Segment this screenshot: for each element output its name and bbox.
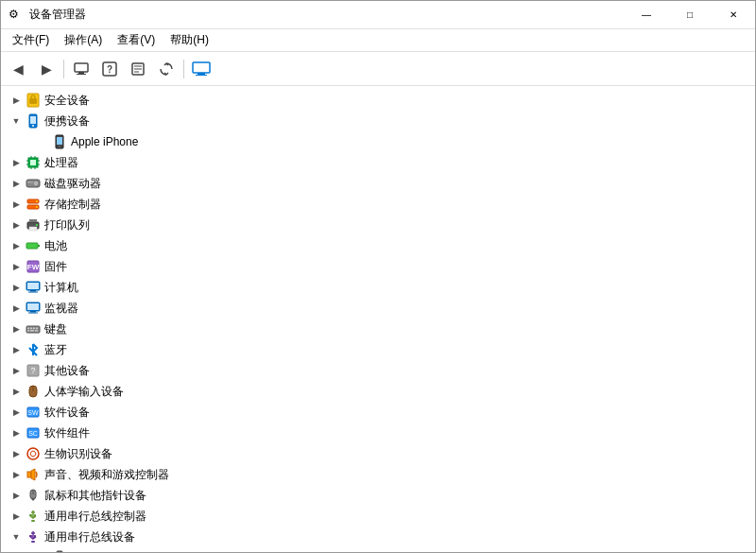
svg-rect-34	[27, 181, 33, 183]
expand-sound[interactable]: ▶	[9, 467, 24, 482]
tree-item-biometric[interactable]: ▶ 生物识别设备	[1, 443, 755, 464]
menu-action[interactable]: 操作(A)	[57, 30, 110, 50]
refresh-button[interactable]	[153, 56, 180, 82]
tree-item-iphone[interactable]: Apple iPhone	[1, 131, 755, 152]
hid-icon	[26, 384, 41, 399]
expand-monitor[interactable]: ▶	[9, 301, 24, 316]
tree-item-portable[interactable]: ▼ 便携设备	[1, 111, 755, 131]
tree-item-bluetooth[interactable]: ▶ 蓝牙	[1, 339, 755, 360]
tree-item-firmware[interactable]: ▶ FW 固件	[1, 256, 755, 277]
label-other: 其他设备	[44, 363, 90, 379]
svg-rect-19	[57, 137, 62, 145]
tree-item-printer[interactable]: ▶ 打印队列	[1, 215, 755, 235]
svg-rect-16	[30, 116, 36, 124]
expand-keyboard[interactable]: ▶	[9, 321, 24, 337]
expand-usb-dev[interactable]: ▼	[9, 529, 24, 544]
label-usb-composite: Apple Mobile Device USB Composite Device	[71, 551, 296, 552]
tree-item-storage[interactable]: ▶ 存储控制器	[1, 194, 755, 215]
display-button[interactable]	[188, 56, 215, 82]
toolbar-separator-1	[63, 60, 64, 78]
tree-item-other[interactable]: ▶ ? 其他设备	[1, 360, 755, 381]
window-title: 设备管理器	[29, 7, 86, 23]
expand-storage[interactable]: ▶	[9, 197, 24, 212]
printer-icon	[26, 217, 41, 233]
expand-software-dev[interactable]: ▶	[9, 405, 24, 420]
expand-processor[interactable]: ▶	[9, 155, 24, 170]
svg-rect-0	[75, 63, 88, 72]
svg-rect-80	[34, 535, 36, 538]
computer-icon	[26, 280, 41, 295]
svg-rect-62	[35, 330, 38, 332]
tree-item-software-dev[interactable]: ▶ SW 软件设备	[1, 402, 755, 423]
mouse-icon	[26, 488, 41, 503]
svg-point-37	[36, 200, 38, 202]
tree-item-computer[interactable]: ▶ 计算机	[1, 277, 755, 298]
back-button[interactable]: ◀	[5, 56, 31, 82]
expand-mouse[interactable]: ▶	[9, 488, 24, 503]
label-sound: 声音、视频和游戏控制器	[44, 467, 169, 483]
expand-portable[interactable]: ▼	[9, 113, 24, 129]
tree-item-sound[interactable]: ▶ 声音、视频和游戏控制器	[1, 464, 755, 485]
menu-help[interactable]: 帮助(H)	[163, 30, 216, 50]
svg-rect-78	[31, 520, 35, 522]
svg-point-71	[27, 448, 39, 459]
menu-file[interactable]: 文件(F)	[5, 30, 57, 50]
minimize-button[interactable]: —	[625, 1, 668, 29]
close-button[interactable]: ✕	[712, 1, 755, 29]
refresh-icon	[159, 61, 174, 77]
svg-rect-2	[77, 74, 86, 75]
svg-point-20	[59, 146, 60, 147]
maximize-button[interactable]: □	[668, 1, 712, 29]
computer-button[interactable]	[68, 56, 94, 82]
expand-iphone	[35, 134, 50, 149]
tree-item-usb-composite[interactable]: Apple Mobile Device USB Composite Device	[1, 547, 755, 552]
expand-security[interactable]: ▶	[9, 93, 24, 108]
tree-item-battery[interactable]: ▶ 电池	[1, 235, 755, 256]
titlebar: ⚙ 设备管理器 — □ ✕	[1, 1, 755, 29]
svg-point-17	[32, 125, 34, 127]
tree-item-hid[interactable]: ▶ 人体学输入设备	[1, 381, 755, 402]
device-tree[interactable]: ▶ 安全设备 ▼ 便携设备 Apple iPhone	[1, 86, 755, 552]
svg-rect-44	[38, 245, 40, 247]
label-processor: 处理器	[44, 155, 78, 171]
label-hid: 人体学输入设备	[44, 384, 124, 400]
software-dev-icon: SW	[26, 405, 41, 420]
forward-button[interactable]: ▶	[33, 56, 60, 82]
expand-disk[interactable]: ▶	[9, 176, 24, 191]
svg-rect-52	[27, 303, 39, 310]
expand-other[interactable]: ▶	[9, 363, 24, 378]
tree-item-security[interactable]: ▶ 安全设备	[1, 90, 755, 111]
label-bluetooth: 蓝牙	[44, 342, 67, 358]
tree-item-mouse[interactable]: ▶ 鼠标和其他指针设备	[1, 485, 755, 506]
properties-button[interactable]	[125, 56, 151, 82]
svg-rect-1	[78, 72, 84, 74]
toolbar: ◀ ▶ ?	[1, 52, 755, 86]
expand-hid[interactable]: ▶	[9, 384, 24, 399]
help-icon: ?	[102, 61, 117, 77]
expand-bluetooth[interactable]: ▶	[9, 342, 24, 357]
svg-rect-77	[34, 514, 36, 517]
expand-usb-ctrl[interactable]: ▶	[9, 509, 24, 524]
tree-item-software-comp[interactable]: ▶ SC 软件组件	[1, 423, 755, 443]
svg-rect-81	[31, 541, 35, 543]
expand-printer[interactable]: ▶	[9, 217, 24, 233]
help-button[interactable]: ?	[96, 56, 123, 82]
tree-item-usb-ctrl[interactable]: ▶ 通用串行总线控制器	[1, 506, 755, 527]
expand-computer[interactable]: ▶	[9, 280, 24, 295]
svg-text:FW: FW	[27, 263, 40, 271]
expand-biometric[interactable]: ▶	[9, 446, 24, 461]
svg-rect-50	[28, 292, 38, 293]
expand-firmware[interactable]: ▶	[9, 259, 24, 274]
iphone-icon	[52, 134, 67, 149]
expand-software-comp[interactable]: ▶	[9, 425, 24, 441]
tree-item-monitor[interactable]: ▶ 监视器	[1, 298, 755, 319]
tree-item-keyboard[interactable]: ▶ 键盘	[1, 319, 755, 339]
menu-view[interactable]: 查看(V)	[110, 30, 163, 50]
tree-item-processor[interactable]: ▶ 处理器	[1, 152, 755, 173]
tree-item-disk[interactable]: ▶ 磁盘驱动器	[1, 173, 755, 194]
disk-icon	[26, 176, 41, 191]
tree-item-usb-dev[interactable]: ▼ 通用串行总线设备	[1, 527, 755, 547]
expand-battery[interactable]: ▶	[9, 238, 24, 253]
svg-text:?: ?	[107, 64, 112, 75]
label-battery: 电池	[44, 238, 67, 254]
